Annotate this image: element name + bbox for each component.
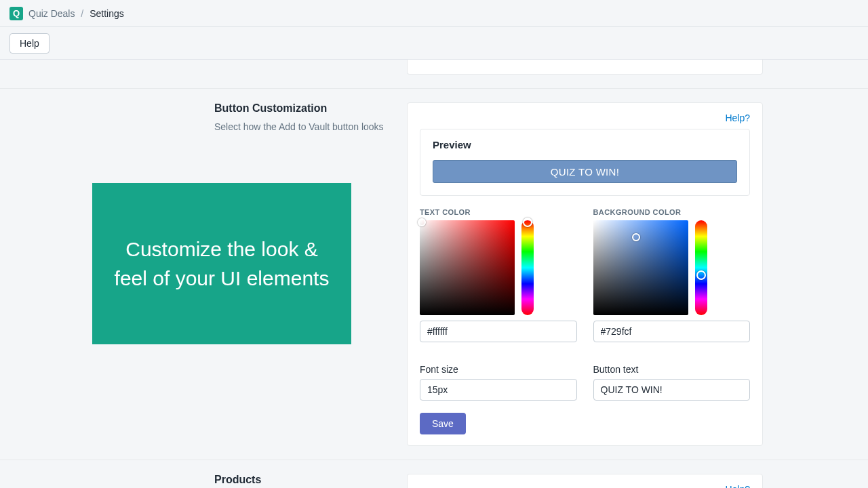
font-size-label: Font size <box>420 364 577 375</box>
text-color-group: TEXT COLOR <box>420 208 577 342</box>
app-icon: Q <box>9 7 23 20</box>
help-link[interactable]: Help? <box>725 484 750 488</box>
background-color-satval[interactable] <box>593 220 688 315</box>
text-color-input[interactable] <box>420 321 577 342</box>
background-color-label: BACKGROUND COLOR <box>593 208 751 216</box>
hue-thumb-icon <box>696 270 706 280</box>
products-card: Help? <box>407 474 763 488</box>
help-button[interactable]: Help <box>9 33 50 54</box>
hue-thumb-icon <box>523 218 532 227</box>
satval-thumb-icon <box>418 218 426 226</box>
button-text-input[interactable] <box>593 379 751 401</box>
font-size-input[interactable] <box>420 379 577 401</box>
preview-button: QUIZ TO WIN! <box>433 160 737 183</box>
preview-box: Preview QUIZ TO WIN! <box>420 129 750 196</box>
help-link[interactable]: Help? <box>725 113 750 123</box>
breadcrumb-current: Settings <box>90 8 124 19</box>
promo-text: Customize the look & feel of your UI ele… <box>113 235 331 293</box>
toolbar: Help <box>0 27 868 60</box>
promo-overlay: Customize the look & feel of your UI ele… <box>92 183 351 344</box>
section-title: Button Customization <box>214 102 388 115</box>
text-color-label: TEXT COLOR <box>420 208 577 216</box>
save-button[interactable]: Save <box>420 413 466 434</box>
background-color-input[interactable] <box>593 321 751 342</box>
button-text-label: Button text <box>593 364 751 375</box>
breadcrumb-app[interactable]: Quiz Deals <box>28 8 75 19</box>
text-color-satval[interactable] <box>420 220 515 315</box>
previous-card-tail <box>407 60 763 75</box>
section-title: Products <box>214 474 388 486</box>
preview-label: Preview <box>433 139 737 150</box>
top-bar: Q Quiz Deals / Settings <box>0 0 868 27</box>
background-color-hue[interactable] <box>695 220 707 315</box>
page-content: Button Customization Select how the Add … <box>0 60 868 488</box>
breadcrumb-separator: / <box>81 8 83 19</box>
button-customization-card: Help? Preview QUIZ TO WIN! TEXT COLOR <box>407 102 763 446</box>
section-subtitle: Select how the Add to Vault button looks <box>214 121 388 132</box>
satval-thumb-icon <box>632 233 640 241</box>
breadcrumb: Quiz Deals / Settings <box>28 8 124 19</box>
background-color-group: BACKGROUND COLOR <box>593 208 751 342</box>
section-products: Products Help? <box>0 460 868 488</box>
text-color-hue[interactable] <box>521 220 534 315</box>
